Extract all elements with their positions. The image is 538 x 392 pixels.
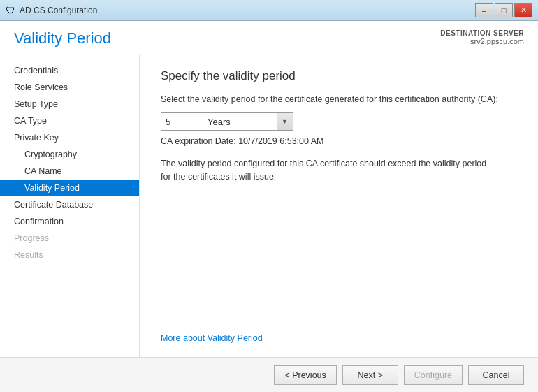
sidebar-item-ca-type[interactable]: CA Type [0, 112, 139, 129]
sidebar-item-private-key[interactable]: Private Key [0, 129, 139, 146]
title-bar-controls: – □ ✕ [475, 3, 532, 17]
destination-server-block: DESTINATION SERVER srv2.ppscu.com [440, 29, 524, 45]
info-text: The validity period configured for this … [161, 157, 496, 184]
window-header: Validity Period DESTINATION SERVER srv2.… [0, 21, 538, 55]
validity-input-row: Years Months Weeks Days ▼ [161, 112, 517, 131]
title-bar-left: 🛡 AD CS Configuration [6, 5, 97, 16]
main-window: Validity Period DESTINATION SERVER srv2.… [0, 21, 538, 392]
maximize-button[interactable]: □ [495, 3, 513, 17]
sidebar-item-role-services[interactable]: Role Services [0, 79, 139, 96]
destination-label: DESTINATION SERVER [440, 29, 524, 37]
app-icon: 🛡 [6, 5, 15, 16]
minimize-button[interactable]: – [475, 3, 493, 17]
previous-button[interactable]: < Previous [274, 365, 336, 385]
content-area: CredentialsRole ServicesSetup TypeCA Typ… [0, 55, 538, 357]
sidebar-item-credentials[interactable]: Credentials [0, 62, 139, 79]
sidebar-item-ca-name[interactable]: CA Name [0, 163, 139, 180]
expiry-date-text: CA expiration Date: 10/7/2019 6:53:00 AM [161, 136, 517, 146]
content-title: Specify the validity period [161, 69, 517, 83]
period-select[interactable]: Years Months Weeks Days [203, 112, 293, 131]
sidebar-item-setup-type[interactable]: Setup Type [0, 96, 139, 112]
title-bar-text: AD CS Configuration [20, 6, 97, 15]
sidebar-item-confirmation[interactable]: Confirmation [0, 213, 139, 230]
next-button[interactable]: Next > [342, 365, 398, 385]
content-description: Select the validity period for the certi… [161, 94, 517, 104]
configure-button[interactable]: Configure [404, 365, 463, 385]
destination-value: srv2.ppscu.com [440, 37, 524, 45]
sidebar: CredentialsRole ServicesSetup TypeCA Typ… [0, 55, 140, 357]
close-button[interactable]: ✕ [514, 3, 532, 17]
period-select-container: Years Months Weeks Days ▼ [203, 112, 293, 131]
sidebar-item-results: Results [0, 247, 139, 263]
sidebar-item-certificate-database[interactable]: Certificate Database [0, 196, 139, 213]
cancel-button[interactable]: Cancel [468, 365, 524, 385]
main-content: Specify the validity period Select the v… [140, 55, 538, 357]
title-bar: 🛡 AD CS Configuration – □ ✕ [0, 0, 538, 21]
page-title: Validity Period [14, 29, 111, 48]
sidebar-item-validity-period[interactable]: Validity Period [0, 180, 139, 196]
footer: < Previous Next > Configure Cancel [0, 357, 538, 392]
more-link[interactable]: More about Validity Period [161, 319, 517, 343]
sidebar-item-progress: Progress [0, 230, 139, 247]
validity-number-input[interactable] [161, 112, 203, 131]
sidebar-item-cryptography[interactable]: Cryptography [0, 146, 139, 163]
